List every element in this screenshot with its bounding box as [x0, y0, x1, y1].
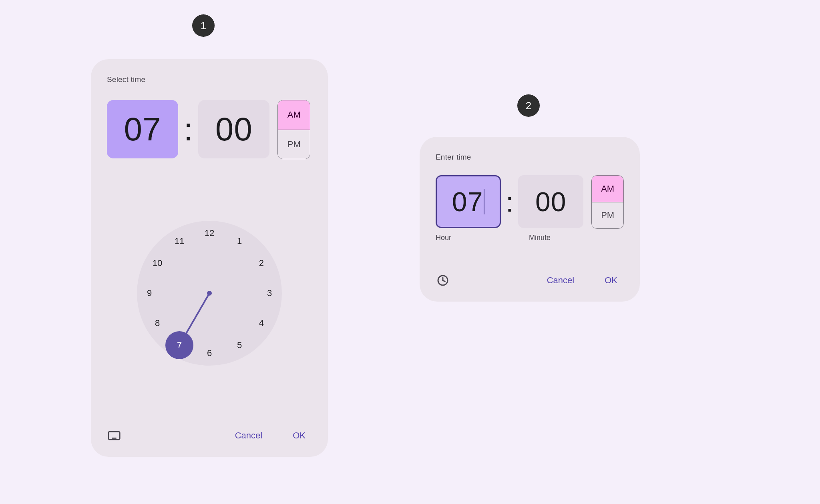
clock-number-4[interactable]: 4	[253, 315, 269, 331]
time-picker-input: Enter time 07 : 00 AM PM Hour Minute Can…	[420, 137, 640, 302]
dial-title: Select time	[107, 75, 312, 84]
input-footer: Cancel OK	[436, 272, 624, 289]
clock-number-1[interactable]: 1	[231, 233, 247, 249]
minute-field-value: 00	[535, 186, 567, 217]
hour-field[interactable]: 07	[436, 175, 501, 228]
ok-button[interactable]: OK	[286, 427, 312, 444]
am-toggle[interactable]: AM	[278, 100, 310, 130]
input-actions: Cancel OK	[541, 272, 624, 289]
text-caret	[484, 189, 484, 214]
clock-wrap: 12123456891011 7	[107, 159, 312, 427]
clock-number-12[interactable]: 12	[201, 225, 217, 241]
input-title: Enter time	[436, 153, 624, 162]
clock-number-3[interactable]: 3	[261, 285, 277, 301]
dial-actions: Cancel OK	[229, 427, 312, 444]
hour-display[interactable]: 07	[107, 100, 178, 158]
clock-number-5[interactable]: 5	[231, 337, 247, 353]
dial-footer: Cancel OK	[107, 427, 312, 444]
minute-sublabel: Minute	[529, 234, 551, 242]
meridiem-toggle: AM PM	[591, 175, 624, 229]
callout-badge-2: 2	[517, 94, 540, 117]
clock-center	[207, 291, 212, 296]
clock-number-11[interactable]: 11	[171, 233, 187, 249]
meridiem-toggle: AM PM	[277, 100, 310, 159]
clock-number-8[interactable]: 8	[149, 315, 165, 331]
clock-icon[interactable]	[436, 273, 450, 288]
clock-number-2[interactable]: 2	[253, 255, 269, 271]
am-toggle[interactable]: AM	[592, 176, 623, 202]
minute-display[interactable]: 00	[198, 100, 269, 158]
hour-field-value: 07	[452, 186, 483, 217]
time-picker-dial: Select time 07 : 00 AM PM 12123456891011…	[91, 59, 328, 457]
hour-sublabel: Hour	[436, 234, 451, 242]
clock-number-6[interactable]: 6	[201, 345, 217, 361]
clock-number-9[interactable]: 9	[141, 285, 157, 301]
input-time-row: 07 : 00 AM PM	[436, 175, 624, 229]
ok-button[interactable]: OK	[598, 272, 624, 289]
clock-dial[interactable]: 12123456891011 7	[137, 221, 282, 366]
cancel-button[interactable]: Cancel	[541, 272, 581, 289]
clock-selection-thumb[interactable]: 7	[165, 331, 193, 359]
pm-toggle[interactable]: PM	[278, 130, 310, 159]
field-sublabels: Hour Minute	[436, 234, 624, 242]
dial-time-row: 07 : 00 AM PM	[107, 100, 312, 159]
svg-line-12	[443, 280, 445, 282]
cancel-button[interactable]: Cancel	[229, 427, 269, 444]
minute-field[interactable]: 00	[518, 175, 583, 228]
callout-badge-1: 1	[192, 14, 215, 37]
time-colon: :	[179, 100, 197, 159]
clock-number-10[interactable]: 10	[149, 255, 165, 271]
time-colon: :	[502, 175, 517, 229]
pm-toggle[interactable]: PM	[592, 202, 623, 229]
keyboard-icon[interactable]	[107, 428, 121, 443]
